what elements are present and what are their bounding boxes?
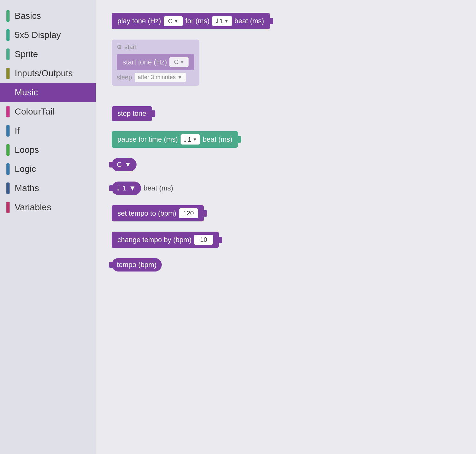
set-tempo-row: set tempo to (bpm) 120 xyxy=(112,205,460,221)
main-content: play tone (Hz) C ▼ for (ms) ♩ 1 ▼ beat (… xyxy=(96,0,476,454)
pause-beat-arrow: ▼ xyxy=(193,137,197,142)
start-tone-block[interactable]: start tone (Hz) C ▼ xyxy=(117,54,194,70)
sidebar-item-display[interactable]: 5x5 Display xyxy=(0,26,96,45)
beat-suffix: beat (ms) xyxy=(234,17,264,25)
sidebar-color-bar-music xyxy=(6,87,10,98)
set-tempo-input[interactable]: 120 xyxy=(179,208,198,218)
sidebar-label-maths: Maths xyxy=(15,183,39,193)
start-container-block: ⚙ start start tone (Hz) C ▼ sleep after … xyxy=(112,40,199,86)
sleep-row: sleep after 3 minutes ▼ xyxy=(117,73,194,82)
sidebar-item-inputs-outputs[interactable]: Inputs/Outputs xyxy=(0,64,96,83)
sidebar-color-bar-variables xyxy=(6,202,10,213)
set-tempo-block[interactable]: set tempo to (bpm) 120 xyxy=(112,205,204,221)
beat-value-block[interactable]: ♩ 1 ▼ xyxy=(112,182,141,195)
sidebar-label-music: Music xyxy=(15,87,38,98)
sidebar-color-bar-inputs-outputs xyxy=(6,68,10,79)
sidebar-color-bar-loops xyxy=(6,144,10,156)
sidebar-item-logic[interactable]: Logic xyxy=(0,160,96,179)
gear-icon: ⚙ xyxy=(117,44,122,51)
play-tone-label: play tone (Hz) xyxy=(117,17,161,25)
sidebar-label-logic: Logic xyxy=(15,164,36,174)
sidebar-item-variables[interactable]: Variables xyxy=(0,198,96,217)
note-value-block[interactable]: C ▼ xyxy=(112,158,137,171)
sidebar-color-bar-basics xyxy=(6,10,10,22)
play-tone-note-input[interactable]: C ▼ xyxy=(164,16,183,26)
tempo-bpm-block[interactable]: tempo (bpm) xyxy=(112,258,162,272)
sidebar-label-colourtail: ColourTail xyxy=(15,107,55,117)
sidebar-label-loops: Loops xyxy=(15,145,39,155)
start-note-arrow: ▼ xyxy=(180,60,184,65)
sidebar-color-bar-logic xyxy=(6,163,10,175)
stop-tone-row: stop tone xyxy=(112,106,460,121)
beat-value-row: ♩ 1 ▼ beat (ms) xyxy=(112,182,460,195)
sidebar-color-bar-if xyxy=(6,125,10,137)
start-container-row: ⚙ start start tone (Hz) C ▼ sleep after … xyxy=(112,40,460,96)
pause-beat-input[interactable]: ♩ 1 ▼ xyxy=(181,134,200,145)
change-tempo-row: change tempo by (bpm) 10 xyxy=(112,232,460,248)
sidebar-label-variables: Variables xyxy=(15,202,51,212)
sidebar-item-maths[interactable]: Maths xyxy=(0,179,96,198)
for-label: for (ms) xyxy=(185,17,210,25)
sidebar-label-if: If xyxy=(15,126,20,136)
sidebar-color-bar-maths xyxy=(6,182,10,194)
sidebar-item-if[interactable]: If xyxy=(0,121,96,140)
beat-dropdown-arrow: ▼ xyxy=(224,19,229,24)
sidebar-item-loops[interactable]: Loops xyxy=(0,140,96,160)
sidebar-label-basics: Basics xyxy=(15,11,41,21)
sidebar-color-bar-colourtail xyxy=(6,106,10,117)
sidebar-color-bar-display xyxy=(6,29,10,41)
pause-for-row: pause for time (ms) ♩ 1 ▼ beat (ms) xyxy=(112,131,460,148)
pause-beat-suffix: beat (ms) xyxy=(203,135,232,144)
sidebar: Basics5x5 DisplaySpriteInputs/OutputsMus… xyxy=(0,0,96,454)
beat-input[interactable]: ♩ 1 ▼ xyxy=(212,16,232,26)
sidebar-item-colourtail[interactable]: ColourTail xyxy=(0,102,96,121)
beat-value-arrow: ▼ xyxy=(129,184,136,192)
beat-value-suffix: beat (ms) xyxy=(144,184,173,192)
stop-tone-block[interactable]: stop tone xyxy=(112,106,152,121)
note-value-arrow: ▼ xyxy=(124,160,131,169)
sleep-dropdown[interactable]: after 3 minutes ▼ xyxy=(135,73,186,82)
change-tempo-input[interactable]: 10 xyxy=(194,235,213,245)
sidebar-color-bar-sprite xyxy=(6,48,10,60)
tempo-bpm-row: tempo (bpm) xyxy=(112,258,460,272)
sidebar-label-sprite: Sprite xyxy=(15,49,38,59)
sidebar-label-inputs-outputs: Inputs/Outputs xyxy=(15,68,73,78)
play-tone-block[interactable]: play tone (Hz) C ▼ for (ms) ♩ 1 ▼ beat (… xyxy=(112,13,270,29)
start-tone-note-input[interactable]: C ▼ xyxy=(169,57,189,67)
change-tempo-block[interactable]: change tempo by (bpm) 10 xyxy=(112,232,219,248)
sleep-arrow: ▼ xyxy=(177,74,183,81)
note-dropdown-arrow: ▼ xyxy=(174,19,178,24)
start-header: ⚙ start xyxy=(117,43,194,51)
sidebar-item-basics[interactable]: Basics xyxy=(0,6,96,26)
pause-for-block[interactable]: pause for time (ms) ♩ 1 ▼ beat (ms) xyxy=(112,131,238,148)
play-tone-row: play tone (Hz) C ▼ for (ms) ♩ 1 ▼ beat (… xyxy=(112,13,460,29)
sidebar-label-display: 5x5 Display xyxy=(15,30,61,40)
sidebar-item-sprite[interactable]: Sprite xyxy=(0,45,96,64)
sidebar-item-music[interactable]: Music xyxy=(0,83,96,102)
note-value-row: C ▼ xyxy=(112,158,460,171)
